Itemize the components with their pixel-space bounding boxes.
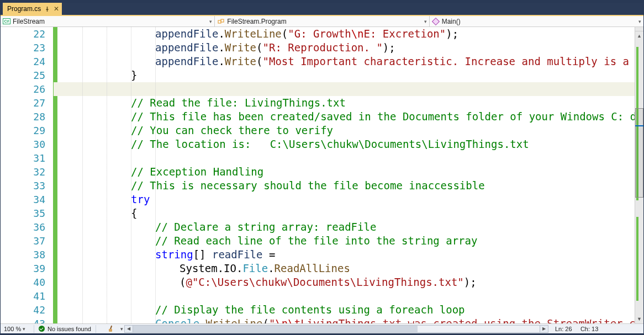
svg-rect-0 (218, 20, 221, 23)
class-dropdown[interactable]: FileStream.Program ▾ (215, 16, 429, 26)
zoom-value: 100 % (4, 326, 21, 332)
class-label: FileStream.Program (227, 18, 286, 25)
line-number: 42 (1, 303, 53, 317)
editor-window: Program.cs ✕ C# FileStream ▾ FileStream.… (0, 0, 644, 335)
svg-rect-1 (221, 19, 224, 22)
code-line[interactable]: // Declare a string array: readFile (54, 220, 635, 234)
line-number: 25 (1, 68, 53, 82)
change-marker (636, 217, 638, 301)
line-number: 28 (1, 110, 53, 124)
code-line[interactable]: // The location is: C:\Users\chukw\Docum… (54, 137, 635, 151)
scroll-down-icon[interactable]: ▼ (635, 315, 643, 323)
class-icon (217, 18, 225, 25)
caret-position[interactable]: Ln: 26 Ch: 13 (550, 326, 643, 332)
check-circle-icon (39, 326, 45, 332)
hscroll-thumb[interactable] (133, 326, 418, 332)
line-number: 36 (1, 220, 53, 234)
code-line[interactable]: } (54, 68, 635, 82)
namespace-dropdown[interactable]: C# FileStream ▾ (1, 16, 215, 26)
document-tab-well[interactable]: Program.cs ✕ (1, 3, 643, 15)
ln-label: Ln: (555, 326, 563, 332)
pin-icon[interactable] (44, 6, 50, 12)
line-number: 31 (1, 151, 53, 165)
code-line[interactable]: System.IO.File.ReadAllLines (54, 262, 635, 275)
cleanup-icon[interactable] (107, 326, 115, 332)
code-line[interactable]: try (54, 193, 635, 206)
line-number: 23 (1, 41, 53, 55)
code-line[interactable]: // Read each line of the file into the s… (54, 234, 635, 248)
line-number: 35 (1, 206, 53, 220)
hscroll-track[interactable] (133, 325, 540, 333)
code-content[interactable]: appendFile.WriteLine("G: Growth\nE: Excr… (54, 27, 635, 323)
issues-indicator[interactable]: No issues found (34, 326, 96, 332)
line-number: 32 (1, 165, 53, 179)
horizontal-scrollbar[interactable]: ◀ ▶ (123, 325, 550, 333)
line-number: 39 (1, 262, 53, 275)
code-line[interactable]: { (54, 206, 635, 220)
code-line[interactable]: (@"C:\Users\chukw\Documents\LivingThings… (54, 275, 635, 289)
line-number: 24 (1, 55, 53, 68)
navigation-bar: C# FileStream ▾ FileStream.Program ▾ Mai… (1, 15, 643, 27)
chevron-down-icon: ▾ (23, 326, 25, 332)
line-number: 40 (1, 275, 53, 289)
line-number: 27 (1, 96, 53, 110)
tab-filename: Program.cs (7, 5, 41, 13)
code-line[interactable]: // Exception Handling (54, 165, 635, 179)
code-line[interactable]: appendFile.Write("R: Reproduction. "); (54, 41, 635, 55)
code-line[interactable] (54, 82, 635, 96)
split-grip[interactable] (635, 27, 643, 31)
code-line[interactable]: appendFile.Write("Most Important charact… (54, 55, 635, 68)
code-line[interactable]: // Display the file contents using a for… (54, 303, 635, 317)
line-number: 34 (1, 193, 53, 206)
chevron-down-icon: ▾ (638, 19, 641, 24)
scroll-right-icon[interactable]: ▶ (540, 325, 548, 333)
scroll-track[interactable] (635, 36, 643, 315)
code-line[interactable]: // Read the file: LivingThings.txt (54, 96, 635, 110)
code-line[interactable]: // This file has been created/saved in t… (54, 110, 635, 124)
chevron-down-icon: ▾ (424, 19, 427, 24)
line-number: 43 (1, 317, 53, 323)
ln-value: 26 (565, 326, 572, 332)
code-line[interactable]: Console.WriteLine("\n\tLivingThings.txt … (54, 317, 635, 323)
scroll-thumb[interactable] (635, 108, 643, 198)
vertical-scrollbar[interactable]: ▲ ▼ (635, 27, 643, 323)
bottom-border (1, 333, 643, 334)
csharp-project-icon: C# (3, 18, 10, 25)
line-number: 22 (1, 27, 53, 41)
method-label: Main() (442, 18, 461, 25)
issues-text: No issues found (47, 326, 91, 332)
code-line[interactable] (54, 151, 635, 165)
document-tab-program-cs[interactable]: Program.cs ✕ (3, 3, 62, 15)
ch-value: 13 (592, 326, 598, 332)
code-line[interactable]: // You can check there to verify (54, 124, 635, 137)
code-line[interactable] (54, 289, 635, 303)
line-number: 29 (1, 124, 53, 137)
caret-marker (635, 125, 643, 126)
scroll-left-icon[interactable]: ◀ (124, 325, 133, 333)
line-number: 33 (1, 179, 53, 193)
code-editor[interactable]: 2223242526272829303132333435363738394041… (1, 27, 643, 323)
line-number: 41 (1, 289, 53, 303)
ch-label: Ch: (580, 326, 590, 332)
line-number: 26 (1, 82, 53, 96)
line-number: 37 (1, 234, 53, 248)
code-area[interactable]: − appendFile.WriteLine("G: Growth\nE: Ex… (54, 27, 635, 323)
editor-status-bar: 100 % ▾ No issues found ▾ ◀ ▶ Ln: 26 Ch:… (1, 323, 643, 333)
code-line[interactable]: appendFile.WriteLine("G: Growth\nE: Excr… (54, 27, 635, 41)
zoom-dropdown[interactable]: 100 % ▾ (1, 326, 34, 332)
line-numbers: 2223242526272829303132333435363738394041… (1, 27, 53, 323)
close-icon[interactable]: ✕ (53, 6, 60, 12)
line-number: 38 (1, 248, 53, 262)
chevron-down-icon: ▾ (209, 19, 212, 24)
namespace-label: FileStream (13, 18, 45, 25)
code-line[interactable]: string[] readFile = (54, 248, 635, 262)
gutter: 2223242526272829303132333435363738394041… (1, 27, 54, 323)
method-dropdown[interactable]: Main() ▾ (430, 16, 643, 26)
line-number: 30 (1, 137, 53, 151)
code-line[interactable]: // This is necessary should the file bec… (54, 179, 635, 193)
method-icon (432, 18, 440, 25)
